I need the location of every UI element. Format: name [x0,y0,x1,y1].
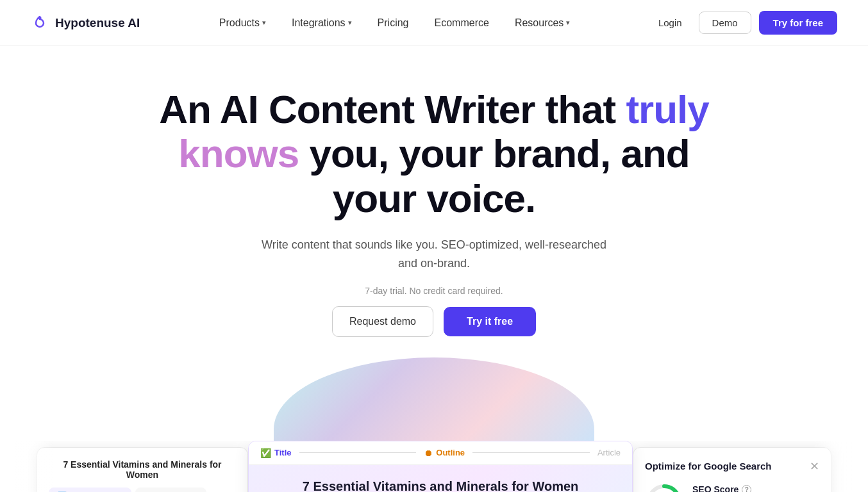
hero-subtitle: Write content that sounds like you. SEO-… [255,236,613,273]
right-panel: Optimize for Google Search ✕ 80% SEO Sco… [633,447,831,492]
nav-ecommerce-label: Ecommerce [435,17,489,29]
nav-integrations-label: Integrations [292,17,346,29]
nav-resources-label: Resources [515,17,563,29]
navbar: Hypotenuse AI Products ▾ Integrations ▾ … [0,0,868,46]
hero-title-part2: you, your brand, and your voice. [299,131,689,220]
hero-cta: Request demo Try it free [332,306,536,337]
hero-title-knows: knows [178,131,299,176]
close-button[interactable]: ✕ [810,459,819,473]
step-outline: ⏺ Outline [424,448,465,458]
nav-pricing-label: Pricing [378,17,409,29]
center-content: 7 Essential Vitamins and Minerals for Wo… [249,465,632,492]
step-title-label: Title [274,448,292,457]
left-panel: 7 Essential Vitamins and Minerals for Wo… [37,447,248,492]
nav-products[interactable]: Products ▾ [209,12,276,34]
nav-products-label: Products [219,17,260,29]
nav-resources[interactable]: Resources ▾ [505,12,580,34]
seo-score-circle: 80% [645,482,683,492]
hero-title-part1: An AI Content Writer that [159,87,626,131]
logo-link[interactable]: Hypotenuse AI [31,14,140,32]
active-icon: ⏺ [424,448,433,458]
hero-blob [274,357,594,447]
step-bar: ✅ Title ⏺ Outline Article [249,441,632,465]
seo-score-label: SEO Score ? [692,484,819,492]
navbar-nav: Products ▾ Integrations ▾ Pricing Ecomme… [209,12,581,34]
left-panel-title: 7 Essential Vitamins and Minerals for Wo… [49,459,236,480]
hero-title: An AI Content Writer that truly knows yo… [146,87,722,220]
seo-info-icon: ? [742,485,751,492]
svg-point-0 [38,16,42,19]
nav-integrations[interactable]: Integrations ▾ [281,12,362,34]
brand-name: Hypotenuse AI [55,16,140,30]
step-article-label: Article [597,448,621,457]
right-header: Optimize for Google Search ✕ [645,459,819,473]
tab-content-brief[interactable]: 📝 Content brief [49,488,131,492]
nav-ecommerce[interactable]: Ecommerce [424,12,499,34]
chevron-down-icon: ▾ [348,19,352,27]
navbar-actions: Login Demo Try for free [649,11,837,35]
login-button[interactable]: Login [649,12,691,33]
seo-row: 80% SEO Score ? Congratulations! Your ar… [645,482,819,492]
chevron-down-icon: ▾ [262,19,266,27]
request-demo-button[interactable]: Request demo [332,306,433,337]
try-it-free-button[interactable]: Try it free [444,307,536,336]
hero-title-truly: truly [626,87,708,131]
center-panel: ✅ Title ⏺ Outline Article 7 Essential Vi… [248,441,633,492]
seo-score-text: SEO Score [692,484,739,492]
demo-button[interactable]: Demo [699,12,751,34]
tab-row: 📝 Content brief 🧠 Knowledge [49,488,236,492]
check-icon: ✅ [260,448,271,458]
step-article: Article [597,448,621,457]
chevron-down-icon: ▾ [566,19,570,27]
trial-note: 7-day trial. No credit card required. [365,286,503,296]
article-title: 7 Essential Vitamins and Minerals for Wo… [263,478,618,492]
hero-section: An AI Content Writer that truly knows yo… [0,46,868,492]
right-panel-title: Optimize for Google Search [645,461,772,472]
logo-icon [31,14,49,32]
nav-pricing[interactable]: Pricing [367,12,419,34]
try-free-nav-button[interactable]: Try for free [759,11,837,35]
tab-knowledge[interactable]: 🧠 Knowledge [135,488,207,492]
step-outline-label: Outline [436,448,465,457]
preview-area: 7 Essential Vitamins and Minerals for Wo… [15,441,853,492]
step-title: ✅ Title [260,448,292,458]
